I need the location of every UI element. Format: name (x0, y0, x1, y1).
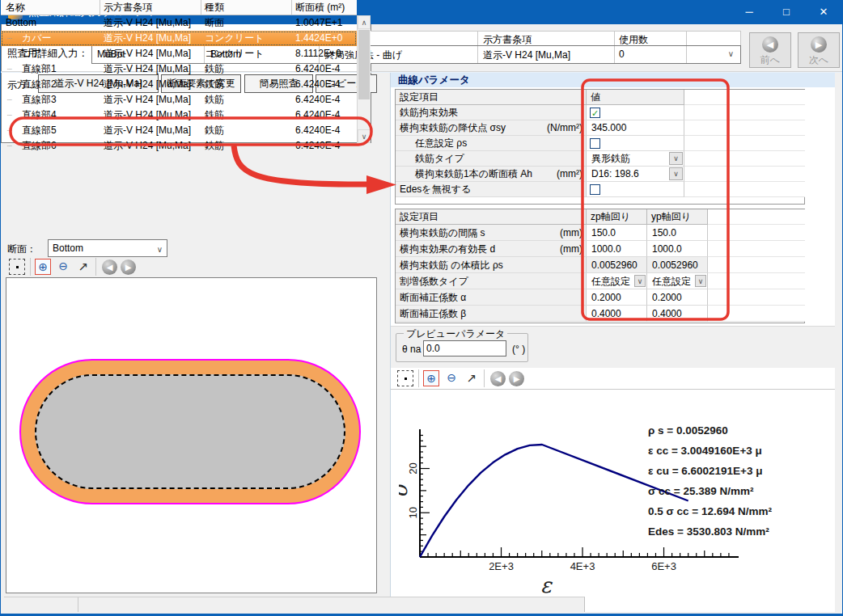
table-row[interactable]: ┈コア道示-V H24 [Mu,Ma]コンクリート8.1112E+0 (1, 46, 357, 61)
param-header-value: 値 (587, 90, 684, 105)
param-value-cell[interactable] (587, 182, 684, 197)
chevron-down-icon[interactable]: ∨ (728, 49, 734, 58)
zoom-out-icon[interactable]: ⊖ (443, 370, 460, 386)
row-name: Bottom (6, 15, 36, 31)
checkbox[interactable] (590, 184, 600, 195)
theta-label: θ na (402, 344, 421, 355)
param-value-cell[interactable]: 異形鉄筋∨ (587, 151, 684, 167)
param-label: 鉄筋タイプ (396, 151, 587, 167)
checkbox[interactable] (590, 138, 600, 149)
close-button[interactable]: ✕ (805, 0, 842, 24)
view-back-icon[interactable]: ◀ (102, 259, 117, 275)
param-label: 鉄筋拘束効果 (396, 105, 587, 120)
axis-value-cell-zp[interactable]: 任意設定∨ (587, 273, 647, 289)
checkbox[interactable]: ✓ (590, 108, 600, 118)
param-label: Edesを無視する (396, 182, 587, 197)
view-back-icon[interactable]: ◀ (490, 371, 506, 386)
scroll-down-icon[interactable]: ∨ (358, 129, 371, 143)
axis-value-cell-zp[interactable]: 1000.0 (587, 241, 647, 257)
row-kind: 鉄筋 (205, 138, 224, 143)
param-unit: (mm²) (557, 167, 582, 182)
row-name: 直線部6 (22, 138, 57, 143)
table-row[interactable]: ┈直線部4道示-V H24 [Mu,Ma]鉄筋6.4240E-4 (1, 108, 357, 123)
table-row[interactable]: ┈直線部1道示-V H24 [Mu,Ma]鉄筋6.4240E-4 (1, 61, 357, 77)
param-value-cell[interactable]: 345.000 (587, 120, 684, 136)
table-row[interactable]: ┈直線部3道示-V H24 [Mu,Ma]鉄筋6.4240E-4 (1, 92, 357, 108)
section-combo-label: 断面： (7, 243, 36, 256)
row-area: 1.4424E+0 (295, 31, 342, 46)
row-kind: 鉄筋 (205, 123, 224, 138)
svg-text:10: 10 (407, 507, 419, 518)
prev-button[interactable]: ◀ 前へ (749, 32, 791, 68)
view-forward-icon[interactable]: ▶ (121, 259, 136, 275)
tree-branch-icon: ┈ (7, 61, 12, 77)
axis-param-label: 断面補正係数 α (396, 289, 587, 306)
fit-view-icon[interactable] (397, 370, 413, 386)
row-name: 直線部1 (22, 61, 57, 77)
tree-branch-icon: ┈ (7, 46, 12, 61)
axis-value-cell-yp[interactable]: 0.4000 (647, 306, 708, 322)
filler-cell (684, 167, 805, 182)
axis-value-cell-zp[interactable]: 0.2000 (587, 289, 647, 306)
select-value: D16: 198.6 (591, 167, 639, 182)
zoom-in-icon[interactable]: ⊕ (423, 370, 439, 386)
chevron-down-icon[interactable]: ∨ (634, 275, 646, 287)
zoom-out-icon[interactable]: ⊖ (55, 259, 71, 275)
value-text: 0.4000 (652, 306, 682, 322)
table-scrollbar[interactable]: ∧ ∨ (357, 15, 371, 143)
filler-cell (708, 273, 805, 289)
axis-param-label: 断面補正係数 β (396, 306, 587, 322)
value-text: 0.0052960 (652, 257, 698, 273)
param-value-cell[interactable]: D16: 198.6∨ (587, 167, 684, 182)
row-kind: コンクリート (205, 46, 264, 61)
maximize-button[interactable]: □ (768, 0, 805, 24)
axis-param-label: 割増係数タイプ (396, 273, 587, 289)
table-row[interactable]: ┈直線部5道示-V H24 [Mu,Ma]鉄筋6.4240E-4 (1, 123, 357, 138)
scroll-up-icon[interactable]: ∧ (358, 15, 371, 29)
param-unit: (N/mm²) (547, 120, 582, 136)
axis-value-cell-yp[interactable]: 150.0 (647, 225, 708, 241)
next-button[interactable]: ▶ 次へ (798, 32, 840, 68)
fit-view-icon[interactable] (9, 259, 25, 275)
value-text: 0.0052960 (591, 257, 638, 273)
pan-arrow-icon[interactable]: ↗ (464, 370, 480, 386)
value-text: 1000.0 (591, 241, 621, 257)
param-value-cell[interactable] (587, 136, 684, 151)
filler-cell (684, 120, 805, 136)
table-row[interactable]: ┈直線部2道示-V H24 [Mu,Ma]鉄筋6.4240E-4 (1, 77, 357, 92)
result-line: ρ s = 0.0052960 (648, 420, 832, 441)
value-text: 1000.0 (652, 241, 682, 257)
axis-value-cell-zp[interactable]: 150.0 (587, 225, 647, 241)
section-combo[interactable]: Bottom ∨ (48, 239, 167, 257)
axis-param-label: 横拘束鉄筋の間隔 s(mm) (396, 225, 587, 241)
param-label: 横拘束鉄筋1本の断面積 Ah(mm²) (396, 167, 587, 182)
pan-arrow-icon[interactable]: ↗ (75, 259, 91, 275)
panel-title: 曲線パラメータ (391, 73, 835, 87)
axis-value-cell-yp[interactable]: 任意設定∨ (647, 273, 708, 289)
table-row[interactable]: Bottom道示-V H24 [Mu,Ma]断面1.0047E+1 (1, 15, 357, 31)
row-name: 直線部2 (22, 77, 57, 92)
scrollbar-thumb[interactable] (358, 30, 370, 99)
param-value-cell[interactable]: ✓ (587, 105, 684, 120)
minimize-button[interactable]: ─ (731, 0, 768, 24)
chevron-down-icon[interactable]: ∨ (157, 242, 163, 258)
axis-value-cell-yp[interactable]: 0.2000 (647, 289, 708, 306)
section-preview-canvas[interactable] (6, 277, 377, 593)
row-kind: 断面 (205, 15, 224, 31)
zoom-in-icon[interactable]: ⊕ (35, 259, 51, 275)
table-row[interactable]: ┈カバー道示-V H24 [Mu,Ma]コンクリート1.4424E+0 (1, 31, 357, 46)
table-row[interactable]: ┈直線部6道示-V H24 [Mu,Ma]鉄筋6.4240E-4 (1, 138, 357, 143)
view-forward-icon[interactable]: ▶ (509, 371, 524, 386)
chevron-down-icon[interactable]: ∨ (669, 152, 683, 165)
section-combo-value: Bottom (53, 243, 83, 254)
value-text: 0.4000 (591, 306, 621, 322)
axis-value-cell-yp[interactable]: 1000.0 (647, 241, 708, 257)
chevron-down-icon[interactable]: ∨ (669, 167, 683, 180)
chevron-down-icon[interactable]: ∨ (695, 275, 706, 287)
svg-text:6E+3: 6E+3 (651, 560, 676, 572)
row-name: カバー (22, 31, 52, 46)
theta-input[interactable] (423, 340, 506, 357)
axis-value-cell-zp[interactable]: 0.4000 (587, 306, 647, 322)
curve-result-values: ρ s = 0.0052960ε cc = 3.0049160E+3 με cu… (648, 420, 832, 542)
param-header-label: 設定項目 (396, 90, 587, 105)
